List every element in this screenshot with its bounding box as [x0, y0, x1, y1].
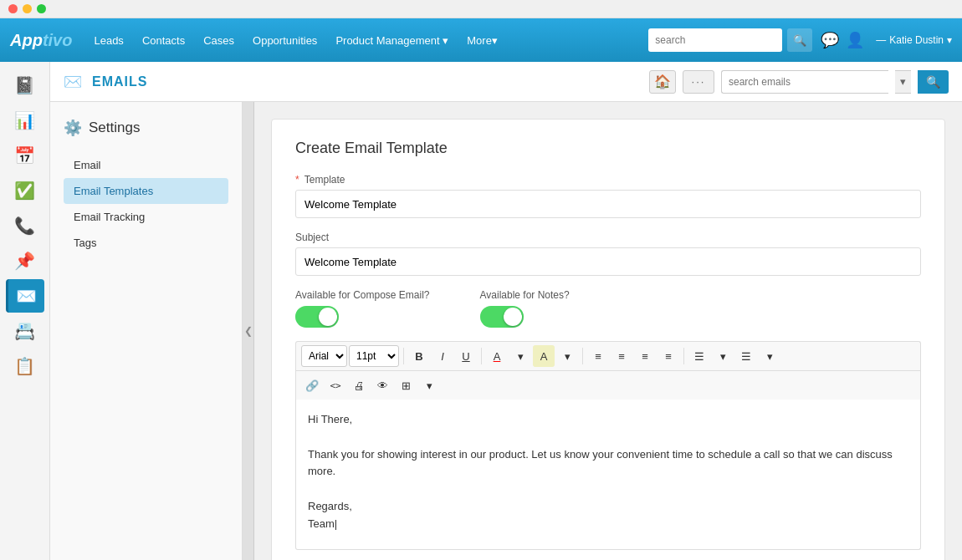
home-button[interactable]: 🏠	[649, 70, 676, 94]
template-input[interactable]	[295, 190, 921, 218]
sidebar-item-notebook[interactable]: 📓	[6, 69, 44, 102]
more-options-button[interactable]: ···	[683, 70, 714, 94]
sidebar-item-notes[interactable]: 📋	[6, 349, 44, 383]
justify-button[interactable]: ≡	[658, 345, 679, 367]
ul-button[interactable]: ☰	[688, 345, 710, 367]
user-menu[interactable]: — Katie Dustin ▾	[876, 34, 952, 46]
underline-button[interactable]: U	[455, 345, 477, 367]
editor-line-2	[308, 429, 908, 446]
editor-line-5: Regards,	[308, 498, 908, 516]
emails-header-bar: ✉️ EMAILS 🏠 ··· ▾ 🔍	[50, 62, 962, 102]
message-icon[interactable]: 💬	[821, 31, 839, 49]
notes-toggle-group: Available for Notes?	[480, 289, 570, 328]
emails-header-right: 🏠 ··· ▾ 🔍	[649, 70, 949, 94]
form-card: Create Email Template * Template Subject	[271, 119, 945, 560]
align-left-button[interactable]: ≡	[587, 345, 609, 367]
notes-label: Available for Notes?	[480, 289, 570, 301]
sidebar-item-contacts[interactable]: 📇	[6, 314, 44, 348]
bg-color-button[interactable]: A	[533, 345, 555, 367]
settings-menu-email-tracking[interactable]: Email Tracking	[64, 204, 228, 230]
nav-opportunities[interactable]: Opportunities	[244, 29, 325, 52]
search-emails-input[interactable]	[721, 70, 888, 94]
sidebar-icons: 📓 📊 📅 ✅ 📞 📌 ✉️ 📇 📋	[0, 62, 50, 560]
topnav-search: 🔍	[648, 28, 812, 52]
align-center-button[interactable]: ≡	[611, 345, 632, 367]
search-go-button[interactable]: 🔍	[918, 70, 949, 94]
subject-label: Subject	[295, 232, 921, 243]
subject-input[interactable]	[295, 247, 921, 276]
form-panel: Create Email Template * Template Subject	[254, 102, 962, 560]
sidebar-item-pin[interactable]: 📌	[6, 244, 44, 277]
user-name: Katie Dustin	[889, 34, 944, 46]
settings-label: Settings	[89, 120, 140, 136]
ol-dropdown[interactable]: ▾	[759, 345, 780, 367]
sidebar-item-tasks[interactable]: ✅	[6, 174, 44, 207]
font-color-dropdown[interactable]: ▾	[509, 345, 531, 367]
emails-icon: ✉️	[64, 73, 82, 91]
table-button[interactable]: ⊞	[395, 374, 417, 396]
font-size-select[interactable]: 11pt	[349, 345, 399, 367]
compose-email-toggle-group: Available for Compose Email?	[295, 289, 430, 328]
toggles-row: Available for Compose Email? Available f…	[295, 289, 921, 328]
editor-toolbar: Arial 11pt B I U A ▾ A	[295, 341, 921, 400]
notes-toggle[interactable]	[480, 306, 524, 328]
sidebar-item-chart[interactable]: 📊	[6, 104, 44, 137]
editor-line-1: Hi There,	[308, 411, 908, 429]
search-dropdown-button[interactable]: ▾	[895, 70, 911, 94]
form-title: Create Email Template	[295, 140, 921, 157]
app-body: 📓 📊 📅 ✅ 📞 📌 ✉️ 📇 📋 ✉️ EMAILS 🏠 ··· ▾ 🔍	[0, 62, 962, 560]
template-field-group: * Template	[295, 174, 921, 218]
close-btn[interactable]	[8, 4, 18, 13]
global-search-input[interactable]	[648, 28, 782, 52]
topnav-icons: 💬 👤 — Katie Dustin ▾	[821, 31, 952, 49]
sidebar-item-calendar[interactable]: 📅	[6, 139, 44, 172]
topnav-links: Leads Contacts Cases Opportunities Produ…	[85, 29, 648, 52]
settings-menu-tags[interactable]: Tags	[64, 230, 228, 256]
settings-menu-email-templates[interactable]: Email Templates	[64, 178, 228, 204]
align-right-button[interactable]: ≡	[634, 345, 656, 367]
template-label: * Template	[295, 174, 921, 186]
app-logo[interactable]: Apptivo	[10, 31, 72, 50]
topnav: Apptivo Leads Contacts Cases Opportuniti…	[0, 18, 962, 62]
maximize-btn[interactable]	[37, 4, 46, 13]
main-content: ✉️ EMAILS 🏠 ··· ▾ 🔍 ⚙️ Settings Email	[50, 62, 962, 560]
collapse-handle[interactable]: ❮	[243, 102, 254, 560]
font-color-button[interactable]: A	[486, 345, 508, 367]
emails-title: EMAILS	[92, 74, 147, 89]
compose-email-toggle[interactable]	[295, 306, 339, 328]
bold-button[interactable]: B	[408, 345, 430, 367]
settings-menu-email[interactable]: Email	[64, 152, 228, 178]
toolbar-sep-4	[683, 348, 684, 364]
nav-cases[interactable]: Cases	[195, 29, 243, 52]
preview-button[interactable]: 👁	[371, 374, 393, 396]
sidebar-item-phone[interactable]: 📞	[6, 209, 44, 242]
print-button[interactable]: 🖨	[348, 374, 370, 396]
panels: ⚙️ Settings Email Email Templates Email …	[50, 102, 962, 560]
link-button[interactable]: 🔗	[301, 374, 323, 396]
bg-color-dropdown[interactable]: ▾	[556, 345, 578, 367]
global-search-button[interactable]: 🔍	[787, 28, 812, 52]
user-icon[interactable]: 👤	[846, 31, 864, 49]
code-button[interactable]: <>	[325, 374, 346, 396]
toolbar-sep-3	[582, 348, 583, 364]
editor-body[interactable]: Hi There, Thank you for showing interest…	[295, 400, 921, 550]
nav-contacts[interactable]: Contacts	[134, 29, 193, 52]
nav-leads[interactable]: Leads	[85, 29, 131, 52]
editor-line-4	[308, 481, 908, 498]
toolbar-row2: 🔗 <> 🖨 👁 ⊞ ▾	[296, 371, 920, 400]
sidebar-item-email[interactable]: ✉️	[6, 279, 44, 313]
minimize-btn[interactable]	[23, 4, 32, 13]
table-dropdown[interactable]: ▾	[418, 374, 440, 396]
toggle-thumb-1	[319, 308, 337, 326]
nav-product-management[interactable]: Product Management ▾	[327, 29, 457, 52]
subject-field-group: Subject	[295, 232, 921, 276]
font-family-select[interactable]: Arial	[301, 345, 347, 367]
nav-more[interactable]: More▾	[458, 29, 506, 52]
settings-panel: ⚙️ Settings Email Email Templates Email …	[50, 102, 243, 560]
compose-email-label: Available for Compose Email?	[295, 289, 430, 301]
ul-dropdown[interactable]: ▾	[712, 345, 734, 367]
ol-button[interactable]: ☰	[735, 345, 757, 367]
editor-line-3: Thank you for showing interest in our pr…	[308, 446, 908, 481]
window-chrome	[0, 0, 962, 18]
italic-button[interactable]: I	[432, 345, 453, 367]
